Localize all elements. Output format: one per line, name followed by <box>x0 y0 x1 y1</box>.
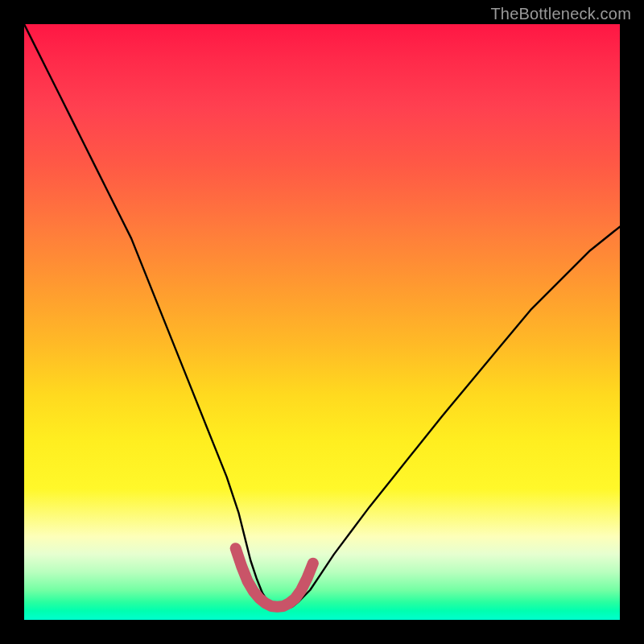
watermark-text: TheBottleneck.com <box>490 5 631 23</box>
chart-svg <box>24 24 620 620</box>
chart-frame: TheBottleneck.com <box>0 0 644 644</box>
plot-area <box>24 24 620 620</box>
bottleneck-curve <box>24 24 620 608</box>
sweet-spot-band <box>236 548 313 607</box>
